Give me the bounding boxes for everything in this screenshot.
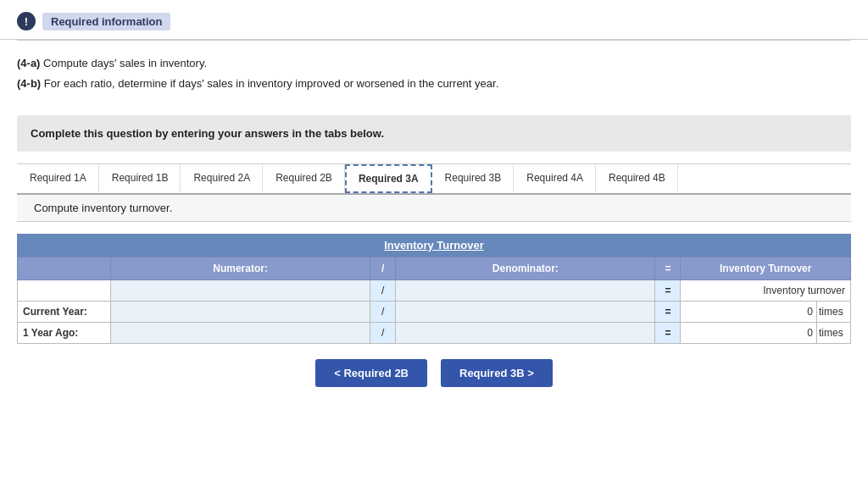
row2-label: 1 Year Ago: (18, 323, 111, 344)
tab-required-4b[interactable]: Required 4B (596, 164, 678, 193)
row0-numerator[interactable] (111, 280, 370, 302)
row1-label: Current Year: (18, 302, 111, 323)
tab-required-2b[interactable]: Required 2B (263, 164, 345, 193)
complete-box: Complete this question by entering your … (17, 115, 851, 152)
row0-denominator-input[interactable] (401, 285, 649, 296)
row0-equals: = (655, 280, 681, 302)
row1-equals: = (655, 302, 681, 323)
tab-required-3b[interactable]: Required 3B (432, 164, 515, 193)
row1-numerator[interactable] (111, 302, 370, 323)
table-row-1-year-ago: 1 Year Ago: / = 0 times (18, 323, 851, 344)
row2-equals: = (655, 323, 681, 344)
table-row-header: / = Inventory turnover (18, 280, 851, 302)
section-label: Compute inventory turnover. (17, 195, 851, 222)
tab-required-4a[interactable]: Required 4A (514, 164, 596, 193)
row1-result-val: 0 (681, 302, 817, 323)
th-empty (18, 257, 111, 280)
tab-required-1b[interactable]: Required 1B (99, 164, 181, 193)
table-row-current-year: Current Year: / = 0 times (18, 302, 851, 323)
info-icon: ! (17, 12, 36, 30)
row1-denominator[interactable] (396, 302, 655, 323)
row1-result-times: times (817, 302, 851, 323)
th-denominator: Denominator: (396, 257, 655, 280)
top-bar: ! Required information (0, 0, 868, 40)
row0-denominator[interactable] (396, 280, 655, 302)
nav-buttons: < Required 2B Required 3B > (17, 359, 851, 387)
row2-numerator[interactable] (111, 323, 370, 344)
instruction-line1: (4-a) Compute days' sales in inventory. (17, 54, 851, 73)
required-label: Required information (42, 13, 170, 30)
inventory-turnover-table: Numerator: / Denominator: = Inventory Tu… (17, 257, 851, 344)
table-container: Inventory Turnover Numerator: / Denomina… (17, 234, 851, 344)
th-result: Inventory Turnover (681, 257, 851, 280)
th-slash: / (370, 257, 396, 280)
row2-denominator[interactable] (396, 323, 655, 344)
table-title: Inventory Turnover (17, 234, 851, 257)
required-badge: ! Required information (17, 12, 170, 30)
tabs-row: Required 1A Required 1B Required 2A Requ… (17, 163, 851, 195)
row1-numerator-input[interactable] (116, 306, 364, 318)
row0-numerator-input[interactable] (116, 285, 364, 296)
row0-result-label: Inventory turnover (681, 280, 851, 302)
row2-numerator-input[interactable] (116, 327, 364, 339)
instructions: (4-a) Compute days' sales in inventory. … (0, 41, 868, 103)
th-equals: = (655, 257, 681, 280)
instruction-line2: (4-b) For each ratio, determine if days'… (17, 75, 851, 93)
row0-slash: / (370, 280, 396, 302)
th-numerator: Numerator: (111, 257, 370, 280)
row2-slash: / (370, 323, 396, 344)
row0-label (18, 280, 111, 302)
row2-result-times: times (817, 323, 851, 344)
prev-button[interactable]: < Required 2B (315, 359, 427, 387)
row1-denominator-input[interactable] (401, 306, 649, 318)
row1-slash: / (370, 302, 396, 323)
complete-box-text: Complete this question by entering your … (31, 127, 837, 140)
tab-required-2a[interactable]: Required 2A (181, 164, 263, 193)
tab-required-3a[interactable]: Required 3A (345, 164, 432, 193)
row2-denominator-input[interactable] (401, 327, 649, 339)
tab-required-1a[interactable]: Required 1A (17, 164, 99, 193)
row2-result-val: 0 (681, 323, 817, 344)
next-button[interactable]: Required 3B > (441, 359, 553, 387)
